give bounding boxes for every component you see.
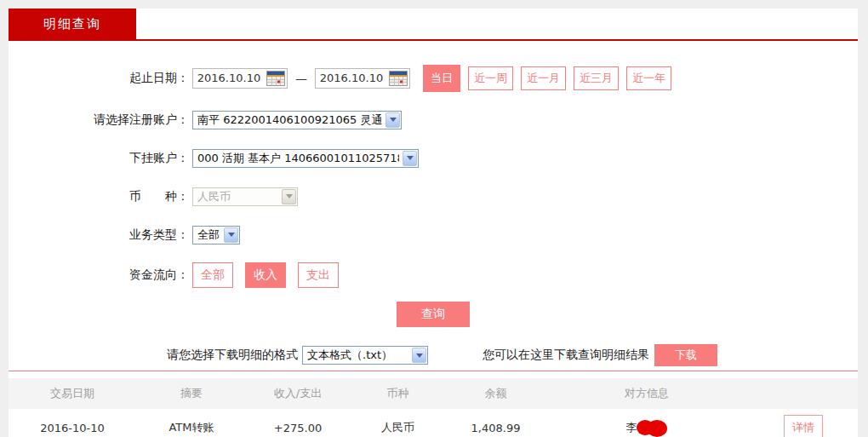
fund-flow-income-button[interactable]: 收入	[245, 262, 286, 288]
registered-account-label: 请选择注册账户：	[9, 112, 189, 128]
header-actions	[749, 378, 858, 409]
download-hint-text: 您可以在这里下载查询明细结果	[483, 348, 649, 363]
calendar-icon	[390, 72, 407, 85]
query-button[interactable]: 查询	[397, 302, 470, 327]
cell-balance: 1,408.99	[447, 409, 545, 437]
cell-amount: +275.00	[247, 409, 349, 437]
download-row: 请您选择下载明细的格式 文本格式（.txt） 您可以在这里下载查询明细结果 下载	[9, 344, 858, 366]
dropdown-arrow-icon	[403, 151, 417, 166]
fund-flow-row: 资金流向： 全部 收入 支出	[9, 262, 858, 288]
start-date-calendar-button[interactable]	[266, 71, 285, 86]
dropdown-arrow-icon	[224, 227, 238, 243]
business-type-row: 业务类型： 全部	[9, 224, 858, 245]
cell-currency: 人民币	[349, 409, 447, 437]
calendar-icon	[267, 72, 284, 85]
fund-flow-label: 资金流向：	[9, 267, 189, 283]
header-counterparty: 对方信息	[545, 378, 749, 409]
dropdown-arrow-icon	[385, 112, 400, 128]
start-date-input[interactable]: 2016.10.10	[192, 68, 288, 89]
fund-flow-expense-button[interactable]: 支出	[298, 262, 339, 288]
date-range-row: 起止日期： 2016.10.10	[9, 65, 858, 92]
tab-detail-query[interactable]: 明细查询	[9, 9, 136, 39]
currency-value: 人民币	[197, 189, 278, 204]
quick-range-week-button[interactable]: 近一周	[468, 66, 513, 90]
business-type-select[interactable]: 全部	[192, 226, 240, 244]
header-currency: 币种	[349, 378, 447, 409]
registered-account-select[interactable]: 南平 6222001406100921065 灵通卡	[192, 111, 402, 129]
table-row: 2016-10-10 ATM转账 +275.00 人民币 1,408.99 李	[9, 409, 858, 437]
currency-label: 币 种：	[9, 189, 189, 204]
header-balance: 余额	[447, 378, 545, 409]
download-format-select[interactable]: 文本格式（.txt）	[302, 346, 428, 365]
currency-select: 人民币	[192, 187, 298, 206]
date-range-separator: —	[295, 72, 307, 85]
registered-account-row: 请选择注册账户： 南平 6222001406100921065 灵通卡	[9, 109, 858, 130]
cell-summary: ATM转账	[136, 409, 247, 437]
sub-account-row: 下挂账户： 000 活期 基本户 1406600101102571848	[9, 147, 858, 169]
quick-range-3months-button[interactable]: 近三月	[574, 66, 619, 90]
cell-trade-date: 2016-10-10	[9, 409, 136, 437]
detail-button[interactable]: 详情	[784, 415, 823, 437]
end-date-input[interactable]: 2016.10.10	[315, 68, 410, 89]
business-type-value: 全部	[197, 227, 220, 243]
results-table: 交易日期 摘要 收入/支出 币种 余额 对方信息 2016-10-10 ATM转…	[9, 378, 858, 437]
redaction-scribble-icon	[636, 417, 668, 437]
quick-range-today-button[interactable]: 当日	[423, 65, 460, 92]
table-top-divider	[9, 371, 858, 371]
download-format-label: 请您选择下载明细的格式	[167, 348, 298, 363]
fund-flow-all-button[interactable]: 全部	[192, 262, 233, 288]
header-summary: 摘要	[136, 378, 247, 409]
sub-account-label: 下挂账户：	[9, 151, 189, 166]
end-date-value: 2016.10.10	[316, 69, 387, 88]
registered-account-value: 南平 6222001406100921065 灵通卡	[197, 112, 382, 128]
date-range-label: 起止日期：	[9, 71, 189, 86]
download-format-value: 文本格式（.txt）	[307, 348, 408, 363]
download-button[interactable]: 下载	[654, 344, 717, 366]
results-header-row: 交易日期 摘要 收入/支出 币种 余额 对方信息	[9, 378, 858, 409]
cell-counterparty: 李	[545, 409, 749, 437]
query-button-row: 查询	[9, 302, 858, 327]
content-panel: 明细查询 起止日期： 2016.10.10	[9, 9, 858, 437]
end-date-calendar-button[interactable]	[389, 71, 408, 86]
quick-range-month-button[interactable]: 近一月	[521, 66, 566, 90]
dropdown-arrow-icon	[412, 348, 426, 363]
dropdown-arrow-icon	[282, 189, 296, 204]
header-income-expense: 收入/支出	[247, 378, 349, 409]
currency-row: 币 种： 人民币	[9, 186, 858, 207]
header-trade-date: 交易日期	[9, 378, 136, 409]
cell-actions: 详情	[749, 409, 858, 437]
quick-range-year-button[interactable]: 近一年	[626, 66, 671, 90]
query-form: 起止日期： 2016.10.10	[9, 41, 858, 437]
business-type-label: 业务类型：	[9, 227, 189, 243]
sub-account-value: 000 活期 基本户 1406600101102571848	[197, 151, 399, 166]
start-date-value: 2016.10.10	[193, 69, 265, 88]
sub-account-select[interactable]: 000 活期 基本户 1406600101102571848	[192, 149, 419, 168]
